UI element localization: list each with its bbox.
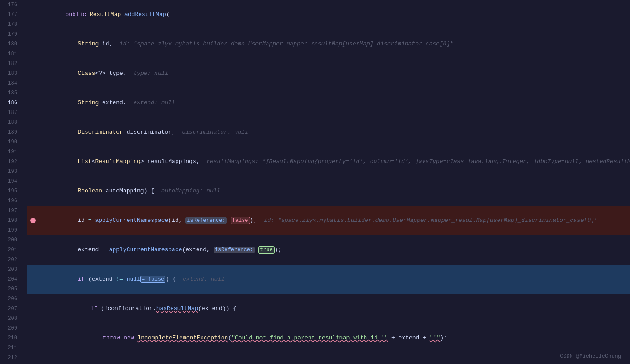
code-content-182: Boolean autoMapping) { autoMapping: null: [37, 176, 630, 206]
ln-178: 178: [4, 20, 17, 29]
code-content-181: List<ResultMapping> resultMappings, resu…: [37, 147, 630, 176]
code-content-187: if (!configuration.hasResultMap(extend))…: [37, 294, 630, 323]
code-content-177: String id, id: "space.zlyx.mybatis.build…: [37, 29, 630, 59]
ln-184: 184: [4, 78, 17, 88]
ln-203: 203: [4, 265, 17, 274]
ln-194: 194: [4, 176, 17, 186]
code-line-180: Discriminator discriminator, discriminat…: [27, 118, 630, 147]
ln-193: 193: [4, 167, 17, 176]
gutter-183: [29, 218, 37, 223]
code-line-184: extend = applyCurrentNamespace(extend, i…: [27, 235, 630, 265]
code-content-178: Class<?> type, type: null: [37, 59, 630, 88]
ln-212: 212: [4, 353, 17, 363]
ln-189: 189: [4, 127, 17, 137]
ln-204: 204: [4, 274, 17, 284]
ln-201: 201: [4, 245, 17, 255]
code-content-189: }: [37, 353, 630, 364]
ln-186: 186: [4, 98, 17, 108]
ln-190: 190: [4, 137, 17, 147]
ln-206: 206: [4, 294, 17, 304]
ln-181: 181: [4, 49, 17, 59]
ln-185: 185: [4, 88, 17, 98]
ln-191: 191: [4, 147, 17, 157]
code-line-179: String extend, extend: null: [27, 88, 630, 118]
ln-187: 187: [4, 108, 17, 118]
breakpoint-183: [30, 218, 36, 223]
ln-177: 177: [4, 10, 17, 20]
ln-199: 199: [4, 225, 17, 235]
line-numbers: 176 177 178 179 180 181 182 183 184 185 …: [0, 0, 23, 364]
code-line-182: Boolean autoMapping) { autoMapping: null: [27, 176, 630, 206]
ln-192: 192: [4, 157, 17, 167]
ln-195: 195: [4, 186, 17, 196]
code-content-179: String extend, extend: null: [37, 88, 630, 118]
code-content-176: public ResultMap addResultMap(: [37, 0, 630, 29]
ln-176: 176: [4, 0, 17, 10]
ln-208: 208: [4, 314, 17, 323]
watermark: CSDN @MichelleChung: [560, 353, 621, 360]
code-content-180: Discriminator discriminator, discriminat…: [37, 118, 630, 147]
code-line-176: public ResultMap addResultMap(: [27, 0, 630, 29]
code-line-187: if (!configuration.hasResultMap(extend))…: [27, 294, 630, 323]
ln-179: 179: [4, 29, 17, 39]
code-line-177: String id, id: "space.zlyx.mybatis.build…: [27, 29, 630, 59]
ln-205: 205: [4, 284, 17, 294]
ln-198: 198: [4, 216, 17, 225]
code-content-186: if (extend != null= false) { extend: nul…: [37, 265, 630, 294]
code-line-181: List<ResultMapping> resultMappings, resu…: [27, 147, 630, 176]
code-editor: 176 177 178 179 180 181 182 183 184 185 …: [0, 0, 630, 364]
code-line-186: if (extend != null= false) { extend: nul…: [27, 265, 630, 294]
code-content-183: id = applyCurrentNamespace(id, isReferen…: [37, 206, 630, 235]
ln-207: 207: [4, 304, 17, 314]
code-area[interactable]: public ResultMap addResultMap( String id…: [23, 0, 630, 364]
ln-211: 211: [4, 343, 17, 353]
ln-202: 202: [4, 255, 17, 265]
ln-197: 197: [4, 206, 17, 216]
ln-209: 209: [4, 323, 17, 333]
ln-200: 200: [4, 235, 17, 245]
code-line-188: throw new IncompleteElementException("Co…: [27, 323, 630, 353]
ln-196: 196: [4, 196, 17, 206]
ln-183: 183: [4, 69, 17, 78]
code-content-188: throw new IncompleteElementException("Co…: [37, 323, 630, 353]
ln-188: 188: [4, 118, 17, 127]
ln-210: 210: [4, 333, 17, 343]
code-line-178: Class<?> type, type: null: [27, 59, 630, 88]
code-line-183: id = applyCurrentNamespace(id, isReferen…: [27, 206, 630, 235]
ln-180: 180: [4, 39, 17, 49]
ln-182: 182: [4, 59, 17, 69]
code-content-184: extend = applyCurrentNamespace(extend, i…: [37, 235, 630, 265]
code-line-189: }: [27, 353, 630, 364]
